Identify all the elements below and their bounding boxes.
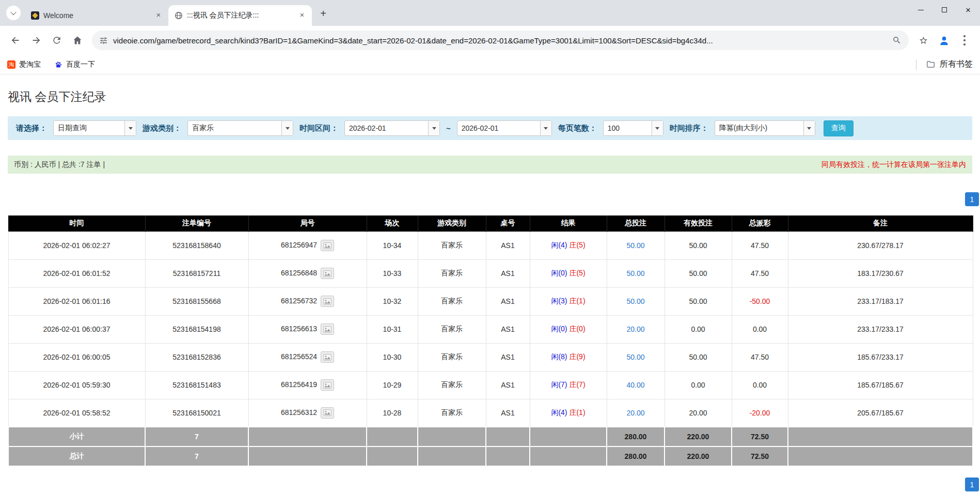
tab-welcome[interactable]: Welcome ×: [25, 5, 168, 26]
date-start-dropdown[interactable]: 2026-02-01: [344, 120, 440, 136]
total-bet-link[interactable]: 20.00: [626, 325, 644, 333]
total-bet-link[interactable]: 50.00: [626, 297, 644, 305]
cell-total-bet: 50.00: [607, 259, 665, 287]
dropdown-arrow-button[interactable]: [652, 121, 663, 135]
cell-table-no: AS1: [486, 287, 530, 315]
bookmark-taobao[interactable]: 淘 爱淘宝: [7, 60, 41, 69]
total-bet-link[interactable]: 40.00: [626, 381, 644, 389]
cell-game-type: 百家乐: [418, 232, 486, 259]
tab-close-icon[interactable]: ×: [154, 11, 163, 20]
round-result-button[interactable]: [321, 379, 334, 391]
date-end-value: 2026-02-01: [457, 124, 540, 132]
dropdown-arrow-button[interactable]: [540, 121, 551, 135]
total-bet-link[interactable]: 50.00: [626, 241, 644, 250]
total-bet-link[interactable]: 50.00: [626, 353, 644, 361]
round-result-icon: [323, 382, 331, 389]
cell-payout: -50.00: [732, 287, 788, 315]
bookmarks-bar: 淘 爱淘宝 百度一下 所有书签: [0, 55, 980, 74]
url-bar[interactable]: videoie.com/game/betrecord_search/kind3?…: [92, 30, 909, 50]
cell-time: 2026-02-01 06:02:27: [8, 232, 145, 259]
date-mode-value: 日期查询: [54, 124, 124, 133]
dropdown-arrow-button[interactable]: [428, 121, 439, 135]
home-icon: [72, 35, 83, 45]
minimize-button[interactable]: [909, 0, 932, 20]
result-banker: 庄(1): [569, 408, 585, 417]
page-size-dropdown[interactable]: 100: [603, 120, 663, 136]
result-player: 闲(4): [551, 408, 567, 417]
game-type-dropdown[interactable]: 百家乐: [187, 120, 293, 136]
dropdown-arrow-button[interactable]: [124, 121, 136, 135]
cell-result: 闲(4) 庄(1): [530, 399, 607, 427]
bookmark-label: 爱淘宝: [19, 60, 41, 69]
total-bet-link[interactable]: 20.00: [626, 409, 644, 417]
cell-bet-id: 523168157211: [145, 259, 248, 287]
result-banker: 庄(7): [569, 380, 585, 389]
page-1-button[interactable]: 1: [965, 192, 979, 206]
cell-note: 205.67/185.67: [788, 399, 973, 427]
tab-close-icon[interactable]: ×: [297, 11, 307, 20]
url-text[interactable]: videoie.com/game/betrecord_search/kind3?…: [113, 36, 887, 45]
table-row: 2026-02-01 06:01:52 523168157211 6812568…: [8, 259, 973, 287]
zoom-icon[interactable]: [892, 36, 902, 45]
round-result-button[interactable]: [321, 296, 334, 307]
cell-payout: -20.00: [732, 399, 788, 427]
dropdown-arrow-button[interactable]: [803, 121, 815, 135]
result-player: 闲(4): [551, 241, 567, 249]
back-button[interactable]: [5, 30, 26, 51]
total-bet-link[interactable]: 50.00: [626, 269, 644, 278]
folder-icon: [926, 59, 936, 69]
sort-order-dropdown[interactable]: 降冪(由大到小): [715, 120, 815, 136]
sort-label: 时间排序：: [670, 124, 708, 133]
round-result-button[interactable]: [321, 407, 334, 419]
cell-table-no: AS1: [486, 371, 530, 399]
total-total-bet: 280.00: [607, 446, 665, 466]
all-bookmarks[interactable]: 所有书签: [916, 59, 973, 70]
page-1-button[interactable]: 1: [965, 477, 979, 491]
round-result-button[interactable]: [321, 351, 334, 363]
subtotal-payout: 72.50: [732, 427, 788, 446]
cell-session: 10-31: [367, 315, 418, 343]
close-button[interactable]: ×: [956, 0, 980, 20]
tab-search-button[interactable]: [6, 6, 21, 20]
forward-button[interactable]: [26, 30, 46, 51]
header-result: 结果: [530, 215, 607, 232]
cell-valid-bet: 50.00: [665, 287, 732, 315]
cell-total-bet: 40.00: [607, 371, 665, 399]
profile-button[interactable]: [934, 30, 954, 51]
round-number: 681256732: [281, 297, 317, 305]
window-controls: ×: [909, 0, 980, 20]
bookmark-baidu[interactable]: 百度一下: [54, 60, 95, 69]
date-mode-dropdown[interactable]: 日期查询: [53, 120, 136, 136]
browser-menu-button[interactable]: [954, 30, 975, 51]
tab-betrecord[interactable]: :::视讯 会员下注纪录::: ×: [168, 5, 312, 26]
bookmark-label: 百度一下: [66, 60, 95, 69]
table-row: 2026-02-01 05:58:52 523168150021 6812563…: [8, 399, 973, 427]
tab-title: :::视讯 会员下注纪录:::: [187, 11, 293, 20]
result-player: 闲(7): [551, 380, 567, 389]
cell-payout: 0.00: [732, 315, 788, 343]
cell-session: 10-32: [367, 287, 418, 315]
home-button[interactable]: [67, 30, 88, 51]
cell-total-bet: 50.00: [607, 287, 665, 315]
site-info-icon[interactable]: [99, 36, 108, 45]
refresh-icon: [52, 35, 62, 45]
search-button[interactable]: 查询: [824, 120, 853, 136]
maximize-button[interactable]: [932, 0, 956, 20]
round-result-button[interactable]: [321, 323, 334, 335]
subtotal-valid-bet: 220.00: [665, 427, 732, 446]
cell-session: 10-29: [367, 371, 418, 399]
refresh-button[interactable]: [46, 30, 67, 51]
sort-order-value: 降冪(由大到小): [715, 124, 803, 133]
bookmark-star-button[interactable]: [913, 30, 934, 51]
result-banker: 庄(1): [569, 297, 585, 305]
cell-valid-bet: 20.00: [665, 399, 732, 427]
round-result-button[interactable]: [321, 240, 334, 251]
cell-note: 185.67/233.17: [788, 343, 973, 371]
dropdown-arrow-button[interactable]: [281, 121, 293, 135]
round-result-button[interactable]: [321, 268, 334, 279]
date-end-dropdown[interactable]: 2026-02-01: [457, 120, 552, 136]
new-tab-button[interactable]: +: [316, 6, 330, 21]
round-number: 681256613: [281, 325, 317, 333]
bet-records-table: 时间 注单编号 局号 场次 游戏类别 桌号 结果 总投注 有效投注 总派彩 备注…: [8, 215, 973, 467]
maximize-icon: [942, 7, 947, 12]
